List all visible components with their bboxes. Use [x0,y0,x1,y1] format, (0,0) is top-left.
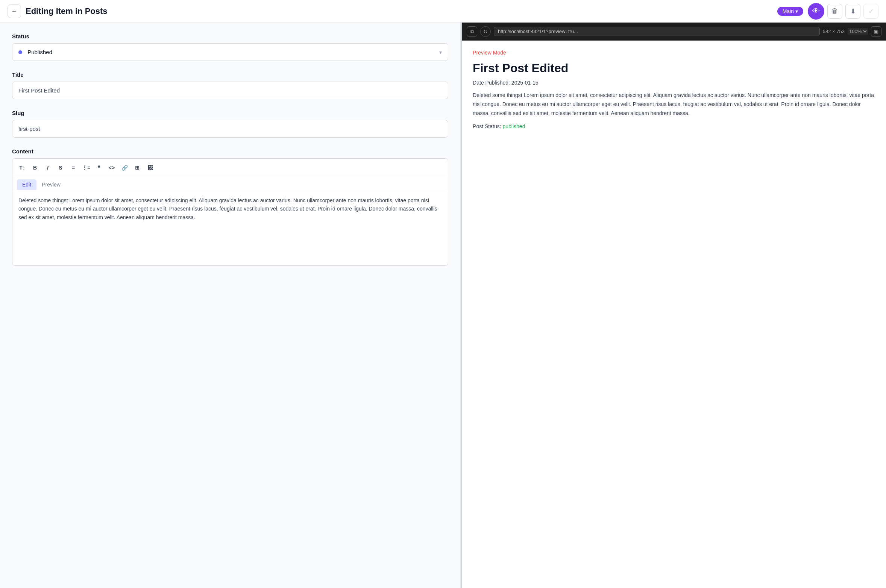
toolbar-table-button[interactable]: ⊞ [131,162,143,174]
preview-body: Deleted some thingst Lorem ipsum dolor s… [473,91,875,118]
save-icon: ⬇ [850,7,856,15]
branch-chevron-icon: ▾ [795,8,798,14]
header: ← Editing Item in Posts Main ▾ 👁 🗑 ⬇ ✓ [0,0,886,23]
save-button[interactable]: ⬇ [845,4,860,19]
zoom-select[interactable]: 100% [848,28,868,35]
url-display: http://localhost:4321/1?preview=tru... [494,27,820,36]
delete-button[interactable]: 🗑 [827,4,842,19]
text-style-icon: T↕ [19,165,25,171]
preview-bar: ⧉ ↻ http://localhost:4321/1?preview=tru.… [462,23,886,41]
ordered-list-icon: ⋮≡ [82,165,90,171]
content-editor: T↕ B I S ≡ ⋮≡ [12,158,448,266]
editor-tab-preview[interactable]: Preview [36,179,66,190]
trash-icon: 🗑 [831,7,838,15]
toolbar-italic-button[interactable]: I [42,162,54,174]
preview-post-title: First Post Edited [473,61,875,75]
status-label: Status [12,33,448,39]
content-label: Content [12,148,448,155]
toolbar-strikethrough-button[interactable]: S [55,162,67,174]
toolbar-image-button[interactable]: 🖼 [144,162,156,174]
device-frame-icon: ▣ [874,29,878,34]
preview-date: Date Published: 2025-01-15 [473,80,875,86]
eye-icon: 👁 [812,7,820,15]
refresh-icon: ↻ [483,29,488,35]
title-field-group: Title [12,71,448,99]
editor-body[interactable]: Deleted some thingst Lorem ipsum dolor s… [12,190,448,265]
toolbar-bold-button[interactable]: B [29,162,41,174]
chevron-down-icon: ▾ [439,49,442,55]
toolbar-code-button[interactable]: <> [106,162,118,174]
toolbar-blockquote-button[interactable]: ❝ [93,162,105,174]
refresh-button[interactable]: ↻ [480,26,491,37]
status-field-group: Status Published ▾ [12,33,448,61]
confirm-button[interactable]: ✓ [863,4,878,19]
status-value: Published [27,49,52,55]
bold-icon: B [33,165,37,171]
branch-badge[interactable]: Main ▾ [777,7,803,16]
image-icon: 🖼 [147,165,153,171]
dimensions-label: 582 × 753 [823,29,845,34]
toolbar-bullet-list-button[interactable]: ≡ [67,162,79,174]
editor-toolbar: T↕ B I S ≡ ⋮≡ [12,159,448,177]
table-icon: ⊞ [135,165,140,171]
preview-toggle-button[interactable]: 👁 [808,3,824,20]
preview-content: Preview Mode First Post Edited Date Publ… [462,41,886,588]
italic-icon: I [47,165,49,171]
preview-mode-label: Preview Mode [473,50,875,56]
strikethrough-icon: S [59,165,62,171]
bullet-list-icon: ≡ [72,165,75,171]
slug-field-group: Slug [12,110,448,138]
code-icon: <> [109,165,115,171]
check-icon: ✓ [868,7,874,15]
blockquote-icon: ❝ [97,165,100,171]
status-dot-icon [18,50,22,54]
main-layout: Status Published ▾ Title Slug Content [0,23,886,588]
page-title: Editing Item in Posts [26,6,773,16]
device-icon[interactable]: ▣ [871,26,881,37]
toolbar-ordered-list-button[interactable]: ⋮≡ [80,162,92,174]
slug-input[interactable] [12,120,448,138]
preview-status: Post Status: published [473,123,875,129]
status-dropdown[interactable]: Published ▾ [12,43,448,61]
toolbar-text-style-button[interactable]: T↕ [16,162,28,174]
left-panel: Status Published ▾ Title Slug Content [0,23,461,588]
preview-status-value: published [502,123,525,129]
branch-label: Main [783,8,794,14]
back-button[interactable]: ← [8,5,21,18]
title-label: Title [12,71,448,78]
external-link-button[interactable]: ⧉ [467,26,477,37]
slug-label: Slug [12,110,448,116]
right-panel: ⧉ ↻ http://localhost:4321/1?preview=tru.… [462,23,886,588]
toolbar-link-button[interactable]: 🔗 [118,162,130,174]
title-input[interactable] [12,82,448,99]
preview-status-label: Post Status: [473,123,501,129]
external-link-icon: ⧉ [470,29,474,35]
status-left: Published [18,49,52,55]
editor-tab-edit[interactable]: Edit [17,179,36,190]
link-icon: 🔗 [121,165,128,171]
content-field-group: Content T↕ B I S [12,148,448,266]
editor-tabs: Edit Preview [12,177,448,190]
header-actions: 👁 🗑 ⬇ ✓ [808,3,878,20]
